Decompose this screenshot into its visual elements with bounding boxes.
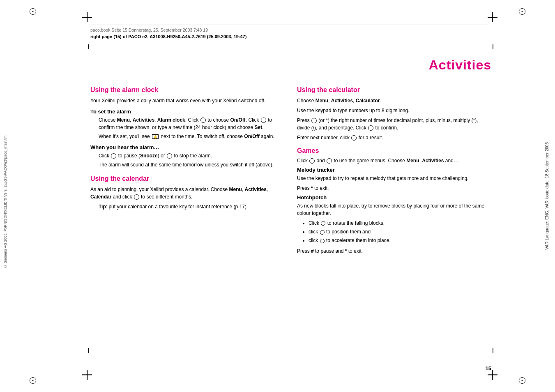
bullet-2: click to position them and [309, 228, 491, 236]
btn-icon-10 [327, 158, 332, 164]
hotchpotch-bullets: Click to rotate the falling blocks, clic… [309, 219, 491, 245]
btn-icon-4 [167, 153, 172, 159]
content-columns: Using the alarm clock Your Xelibri provi… [90, 86, 491, 359]
page: paco.book Seite 15 Donnerstag, 25. Septe… [0, 0, 555, 392]
btn-icon-3 [111, 153, 116, 159]
reg-mark-tr [518, 7, 526, 16]
left-sidebar: © Siemens AG 2003, P:\PNISDN\XELIBRI Ver… [3, 62, 8, 343]
page-info-detail: of PACO e2, A31008-H9250-A45-2-7619 (25.… [123, 34, 246, 39]
when-hear-text1: Click to pause (Snooze) or to stop the a… [99, 152, 285, 159]
right-sidebar: VAR Language: ENG, VAR issue date: 18 Se… [544, 49, 550, 343]
top-info-bar: paco.book Seite 15 Donnerstag, 25. Septe… [90, 25, 489, 39]
calculator-text3: Press (or *) the right number of times f… [297, 117, 491, 131]
hotchpotch-text1: As new blocks fall into place, try to re… [297, 202, 491, 217]
btn-icon-5 [134, 194, 139, 200]
btn-icon-9 [309, 158, 315, 164]
file-info: paco.book Seite 15 Donnerstag, 25. Septe… [90, 28, 489, 32]
calculator-heading: Using the calculator [297, 86, 491, 94]
alarm-clock-heading: Using the alarm clock [90, 86, 285, 94]
btn-icon-6 [311, 118, 317, 123]
reg-mark-br [518, 376, 526, 385]
bullet-1: Click to rotate the falling blocks, [309, 219, 491, 227]
page-info-label: right page (15) [90, 34, 122, 39]
crosshair-tl [82, 12, 92, 22]
set-alarm-heading: To set the alarm [90, 108, 285, 115]
tick-mark-bl [88, 348, 89, 353]
calculator-text4: Enter next number, click for a result. [297, 134, 491, 141]
tick-mark-tr [493, 44, 493, 49]
hotchpotch-heading: Hotchpotch [297, 194, 491, 201]
btn-icon-2 [261, 118, 266, 123]
hotchpotch-text2: Press # to pause and * to exit. [297, 247, 491, 255]
right-column: Using the calculator Choose Menu, Activi… [297, 86, 491, 359]
btn-icon-13 [320, 239, 325, 243]
page-title: Activities [429, 58, 491, 73]
left-column: Using the alarm clock Your Xelibri provi… [90, 86, 285, 359]
when-hear-text2: The alarm will sound at the same time to… [99, 161, 285, 168]
btn-icon-7 [368, 125, 373, 131]
melody-tracker-text1: Use the keypad to try to repeat a melody… [297, 175, 491, 182]
btn-icon-8 [351, 135, 357, 141]
when-hear-heading: When you hear the alarm… [90, 144, 285, 150]
melody-tracker-text2: Press * to exit. [297, 184, 491, 192]
reg-mark-bl [29, 376, 37, 385]
crosshair-tr [488, 12, 497, 22]
reg-mark-tl [29, 7, 37, 16]
melody-tracker-heading: Melody tracker [297, 167, 491, 173]
page-info: right page (15) of PACO e2, A31008-H9250… [90, 34, 489, 39]
crosshair-bl [82, 370, 92, 380]
calendar-tip: Tip: put your calendar on a favourite ke… [99, 203, 285, 210]
calculator-text1: Choose Menu, Activities, Calculator. [297, 97, 491, 104]
btn-icon-1 [200, 118, 206, 123]
main-content: Activities Using the alarm clock Your Xe… [90, 45, 491, 359]
calendar-intro: As an aid to planning, your Xelibri prov… [90, 186, 285, 201]
calendar-heading: Using the calendar [90, 175, 285, 182]
tick-mark-br [493, 348, 493, 353]
copyright-text: © Siemens AG 2003, P:\PNISDN\XELIBRI Ver… [3, 136, 8, 268]
alarm-icon: 🔔 [152, 134, 159, 139]
btn-icon-11 [321, 221, 325, 226]
games-heading: Games [297, 147, 491, 154]
var-language-text: VAR Language: ENG, VAR issue date: 18 Se… [544, 142, 550, 249]
set-alarm-text1: Choose Menu, Activities, Alarm clock. Cl… [99, 116, 285, 131]
btn-icon-12 [320, 230, 325, 235]
tick-mark-tl [88, 44, 89, 49]
games-intro: Click and to use the game menus. Choose … [297, 157, 491, 164]
page-number: 15 [486, 365, 491, 371]
bullet-3: click to accelerate them into place. [309, 237, 491, 244]
set-alarm-text2: When it's set, you'll see 🔔 next to the … [99, 133, 285, 140]
alarm-clock-intro: Your Xelibri provides a daily alarm that… [90, 97, 285, 104]
calculator-text2: Use the keypad to type numbers up to 8 d… [297, 107, 491, 114]
